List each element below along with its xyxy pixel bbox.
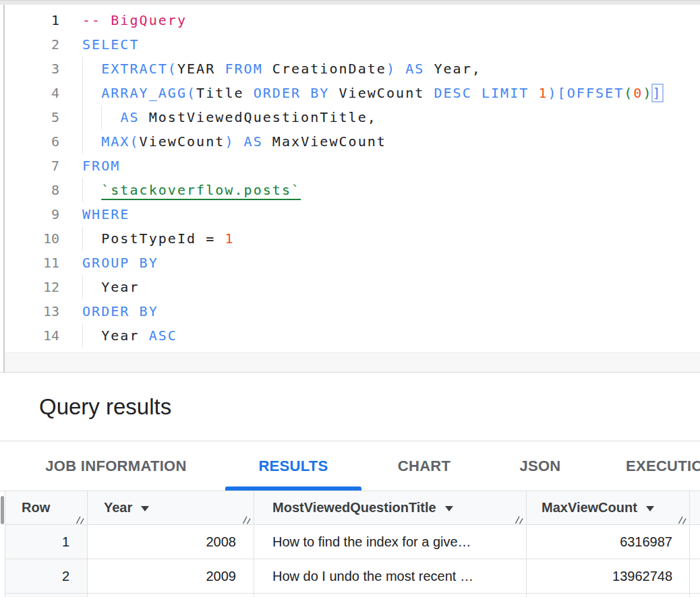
- syntax-token: GROUP BY: [82, 255, 158, 271]
- syntax-token: EXTRACT(: [101, 61, 177, 77]
- syntax-token: ): [643, 85, 652, 101]
- code-text: `stackoverflow.posts`: [82, 178, 301, 202]
- query-results-title: Query results: [0, 394, 171, 420]
- column-header-label: MostViewedQuestionTitle: [272, 500, 436, 515]
- syntax-token: FROM: [82, 158, 120, 174]
- syntax-token: [424, 85, 434, 101]
- table-reference-link[interactable]: `stackoverflow.posts`: [101, 182, 301, 198]
- syntax-token: ORDER BY: [82, 303, 158, 319]
- cell-value: 1: [62, 534, 69, 550]
- syntax-token: [424, 61, 434, 77]
- results-table-container: RowYearMostViewedQuestionTitleMaxViewCou…: [0, 491, 700, 597]
- code-line: 2SELECT: [5, 32, 700, 57]
- code-text: FROM: [82, 154, 120, 178]
- syntax-token: FROM: [225, 61, 262, 77]
- syntax-token: ]: [653, 85, 662, 101]
- cell-value: 13962748: [612, 569, 672, 584]
- syntax-token: CreationDate: [272, 61, 386, 77]
- results-scrollbar-thumb[interactable]: [1, 496, 4, 524]
- syntax-token: Title: [196, 85, 243, 101]
- syntax-token: WHERE: [82, 206, 129, 222]
- syntax-token: (: [624, 85, 633, 101]
- syntax-token: Year,: [434, 61, 481, 77]
- table-cell-filler: [690, 594, 700, 597]
- results-tabs: JOB INFORMATIONRESULTSCHARTJSONEXECUTION…: [0, 442, 700, 491]
- results-table: RowYearMostViewedQuestionTitleMaxViewCou…: [5, 491, 700, 597]
- code-text: ARRAY_AGG(Title ORDER BY ViewCount DESC …: [82, 81, 662, 105]
- syntax-token: DESC LIMIT: [434, 85, 529, 101]
- sort-dropdown-arrow-icon[interactable]: [445, 506, 453, 511]
- syntax-token: [396, 61, 405, 77]
- code-text: SELECT: [82, 32, 140, 57]
- column-header-year[interactable]: Year: [88, 491, 254, 525]
- syntax-token: -- BigQuery: [82, 12, 187, 28]
- tab-job-information[interactable]: JOB INFORMATION: [23, 442, 209, 491]
- syntax-token: Year: [101, 327, 139, 344]
- sql-editor[interactable]: 1-- BigQuery2SELECT3 EXTRACT(YEAR FROM C…: [5, 5, 700, 352]
- code-text: Year ASC: [82, 323, 177, 348]
- table-cell: 6316987: [527, 525, 690, 559]
- syntax-token: [140, 327, 149, 344]
- syntax-token: SELECT: [82, 36, 140, 53]
- code-line: 10 PostTypeId = 1: [5, 226, 700, 251]
- tab-execution-details[interactable]: EXECUTION DETAILS: [610, 442, 700, 491]
- cell-value: 6316987: [620, 534, 672, 550]
- column-resize-grip-icon[interactable]: [75, 513, 85, 523]
- column-resize-grip-icon[interactable]: [241, 513, 252, 523]
- code-text: ORDER BY: [82, 299, 158, 323]
- cell-value: How to find the index for a give…: [272, 534, 471, 550]
- table-cell-filler: [690, 559, 700, 594]
- tab-label: CHART: [398, 458, 451, 475]
- tab-json[interactable]: JSON: [487, 442, 593, 491]
- column-header-maxviewcount[interactable]: MaxViewCount: [527, 491, 690, 525]
- code-line: 11GROUP BY: [5, 251, 700, 275]
- syntax-token: [82, 230, 101, 247]
- line-number: 5: [5, 105, 59, 129]
- tab-results[interactable]: RESULTS: [225, 442, 361, 491]
- code-line: 8 `stackoverflow.posts`: [5, 178, 700, 202]
- line-number: 4: [5, 81, 59, 105]
- line-number: 13: [5, 299, 59, 323]
- code-text: WHERE: [82, 202, 129, 226]
- table-cell: [88, 594, 254, 597]
- syntax-token: ): [225, 133, 234, 150]
- table-cell: 2009: [88, 559, 254, 594]
- sort-dropdown-arrow-icon[interactable]: [141, 506, 149, 511]
- column-header-mostviewedquestiontitle[interactable]: MostViewedQuestionTitle: [254, 491, 527, 525]
- syntax-token: [82, 133, 101, 150]
- syntax-token: ASC: [149, 327, 177, 344]
- line-number: 9: [5, 202, 59, 226]
- code-line: 12 Year: [5, 275, 700, 299]
- cell-value: 2009: [206, 569, 237, 584]
- code-text: Year: [82, 275, 140, 299]
- column-resize-grip-icon[interactable]: [677, 513, 687, 523]
- syntax-token: [82, 279, 101, 295]
- results-scrollbar-track[interactable]: [0, 491, 5, 597]
- syntax-token: Year: [101, 279, 139, 295]
- tab-label: EXECUTION DETAILS: [626, 458, 700, 475]
- code-line: 5 AS MostViewedQuestionTitle,: [5, 105, 700, 129]
- syntax-token: [82, 85, 101, 101]
- line-number: 8: [5, 178, 59, 202]
- column-header-row[interactable]: Row: [5, 491, 88, 525]
- tab-label: JOB INFORMATION: [45, 458, 186, 475]
- code-text: -- BigQuery: [82, 8, 187, 32]
- code-line: 9WHERE: [5, 202, 700, 226]
- cell-value: 2: [62, 569, 69, 584]
- line-number: 11: [5, 251, 59, 275]
- line-number: 10: [5, 226, 59, 251]
- row-number-cell: [5, 594, 88, 597]
- row-number-cell: 2: [5, 559, 88, 594]
- syntax-token: [263, 61, 272, 77]
- syntax-token: OFFSET: [567, 85, 624, 101]
- syntax-token: 1: [538, 85, 548, 101]
- tab-chart[interactable]: CHART: [378, 442, 471, 491]
- syntax-token: ORDER BY: [254, 85, 330, 101]
- sort-dropdown-arrow-icon[interactable]: [646, 506, 654, 511]
- code-text: EXTRACT(YEAR FROM CreationDate) AS Year,: [82, 57, 482, 81]
- code-text: AS MostViewedQuestionTitle,: [82, 105, 377, 129]
- cell-value: How do I undo the most recent …: [272, 569, 473, 584]
- line-number: 1: [5, 8, 59, 32]
- column-resize-grip-icon[interactable]: [514, 513, 524, 523]
- syntax-token: )[: [548, 85, 567, 101]
